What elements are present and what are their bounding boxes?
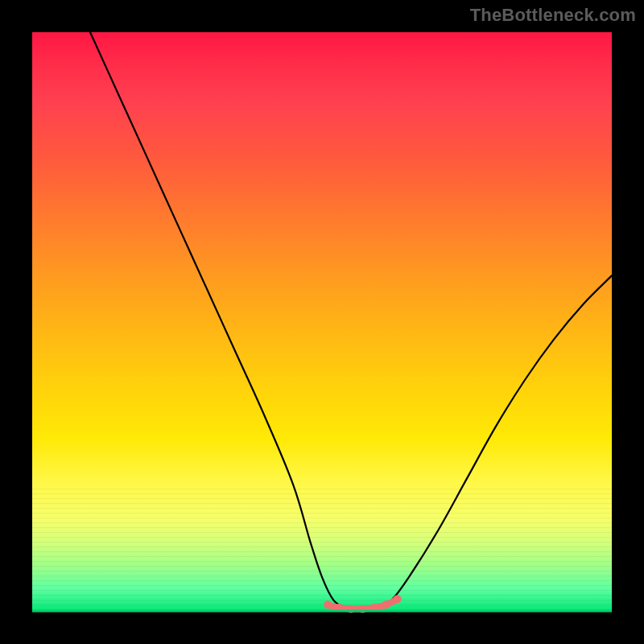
sweet-spot-dot <box>324 601 332 609</box>
bottleneck-curve <box>90 32 612 609</box>
sweet-spot-dot <box>394 595 402 603</box>
watermark-text: TheBottleneck.com <box>470 5 636 26</box>
curve-layer <box>32 32 612 612</box>
chart-canvas: TheBottleneck.com <box>0 0 644 644</box>
plot-area <box>32 32 612 612</box>
sweet-spot-dot <box>382 601 390 609</box>
